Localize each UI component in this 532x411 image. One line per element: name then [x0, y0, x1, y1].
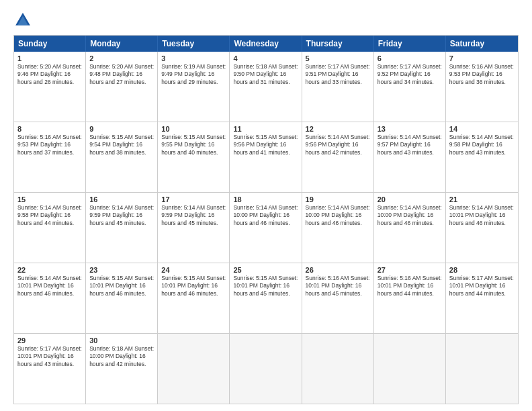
day-info: Sunrise: 5:16 AM Sunset: 9:53 PM Dayligh…: [449, 63, 515, 86]
day-number: 11: [233, 125, 298, 133]
header-monday: Monday: [86, 36, 158, 52]
calendar-cell: 15Sunrise: 5:14 AM Sunset: 9:58 PM Dayli…: [14, 193, 86, 263]
day-info: Sunrise: 5:14 AM Sunset: 9:59 PM Dayligh…: [161, 204, 226, 227]
day-number: 30: [89, 336, 154, 345]
calendar-cell: 20Sunrise: 5:14 AM Sunset: 10:00 PM Dayl…: [374, 193, 446, 263]
calendar-row: 1Sunrise: 5:20 AM Sunset: 9:46 PM Daylig…: [14, 52, 518, 122]
day-info: Sunrise: 5:15 AM Sunset: 9:54 PM Dayligh…: [89, 134, 154, 156]
day-number: 14: [449, 125, 515, 133]
day-info: Sunrise: 5:17 AM Sunset: 9:52 PM Dayligh…: [378, 63, 442, 86]
logo: [13, 11, 35, 30]
calendar-cell: 3Sunrise: 5:19 AM Sunset: 9:49 PM Daylig…: [158, 52, 230, 122]
calendar-cell: [158, 334, 230, 404]
calendar-cell: 25Sunrise: 5:15 AM Sunset: 10:01 PM Dayl…: [230, 263, 302, 333]
page: Sunday Monday Tuesday Wednesday Thursday…: [0, 0, 532, 411]
calendar-cell: 19Sunrise: 5:14 AM Sunset: 10:00 PM Dayl…: [302, 193, 374, 263]
day-number: 5: [306, 54, 370, 62]
day-info: Sunrise: 5:19 AM Sunset: 9:49 PM Dayligh…: [161, 63, 226, 86]
calendar-row: 22Sunrise: 5:14 AM Sunset: 10:01 PM Dayl…: [14, 263, 518, 334]
day-number: 10: [161, 125, 226, 133]
day-info: Sunrise: 5:14 AM Sunset: 9:59 PM Dayligh…: [89, 204, 154, 227]
calendar-body: 1Sunrise: 5:20 AM Sunset: 9:46 PM Daylig…: [14, 52, 518, 404]
day-number: 26: [306, 266, 370, 274]
day-info: Sunrise: 5:20 AM Sunset: 9:48 PM Dayligh…: [89, 63, 154, 86]
calendar-cell: 29Sunrise: 5:17 AM Sunset: 10:01 PM Dayl…: [14, 334, 86, 404]
logo-icon: [13, 11, 32, 30]
calendar-cell: 16Sunrise: 5:14 AM Sunset: 9:59 PM Dayli…: [86, 193, 158, 263]
header-thursday: Thursday: [302, 36, 374, 52]
day-number: 28: [449, 266, 515, 274]
day-number: 6: [378, 54, 442, 62]
day-number: 15: [17, 195, 82, 203]
day-info: Sunrise: 5:15 AM Sunset: 9:56 PM Dayligh…: [233, 134, 298, 156]
calendar-cell: 2Sunrise: 5:20 AM Sunset: 9:48 PM Daylig…: [86, 52, 158, 122]
calendar-cell: 28Sunrise: 5:17 AM Sunset: 10:01 PM Dayl…: [446, 263, 518, 333]
calendar-cell: 1Sunrise: 5:20 AM Sunset: 9:46 PM Daylig…: [14, 52, 86, 122]
calendar-cell: [302, 334, 374, 404]
day-number: 21: [449, 195, 515, 203]
calendar-row: 8Sunrise: 5:16 AM Sunset: 9:53 PM Daylig…: [14, 122, 518, 193]
day-info: Sunrise: 5:15 AM Sunset: 10:01 PM Daylig…: [89, 275, 154, 298]
day-info: Sunrise: 5:14 AM Sunset: 9:58 PM Dayligh…: [449, 134, 515, 156]
calendar-cell: 30Sunrise: 5:18 AM Sunset: 10:00 PM Dayl…: [86, 334, 158, 404]
calendar-cell: 18Sunrise: 5:14 AM Sunset: 10:00 PM Dayl…: [230, 193, 302, 263]
calendar-cell: 11Sunrise: 5:15 AM Sunset: 9:56 PM Dayli…: [230, 122, 302, 192]
day-number: 2: [89, 54, 154, 62]
day-number: 18: [233, 195, 298, 203]
calendar-cell: [230, 334, 302, 404]
day-number: 23: [89, 266, 154, 274]
day-info: Sunrise: 5:16 AM Sunset: 9:53 PM Dayligh…: [17, 134, 82, 156]
day-info: Sunrise: 5:15 AM Sunset: 10:01 PM Daylig…: [161, 275, 226, 298]
calendar-row: 15Sunrise: 5:14 AM Sunset: 9:58 PM Dayli…: [14, 193, 518, 263]
day-number: 19: [306, 195, 370, 203]
day-info: Sunrise: 5:14 AM Sunset: 9:57 PM Dayligh…: [378, 134, 442, 156]
day-info: Sunrise: 5:17 AM Sunset: 10:01 PM Daylig…: [17, 345, 82, 368]
day-info: Sunrise: 5:14 AM Sunset: 10:01 PM Daylig…: [17, 275, 82, 298]
calendar-cell: 12Sunrise: 5:14 AM Sunset: 9:56 PM Dayli…: [302, 122, 374, 192]
calendar-cell: 4Sunrise: 5:18 AM Sunset: 9:50 PM Daylig…: [230, 52, 302, 122]
day-info: Sunrise: 5:15 AM Sunset: 10:01 PM Daylig…: [233, 275, 298, 298]
calendar-cell: 27Sunrise: 5:16 AM Sunset: 10:01 PM Dayl…: [374, 263, 446, 333]
calendar-cell: 26Sunrise: 5:16 AM Sunset: 10:01 PM Dayl…: [302, 263, 374, 333]
day-info: Sunrise: 5:14 AM Sunset: 10:01 PM Daylig…: [449, 204, 515, 227]
day-info: Sunrise: 5:20 AM Sunset: 9:46 PM Dayligh…: [17, 63, 82, 86]
day-number: 29: [17, 336, 82, 345]
calendar-cell: 22Sunrise: 5:14 AM Sunset: 10:01 PM Dayl…: [14, 263, 86, 333]
calendar-cell: 7Sunrise: 5:16 AM Sunset: 9:53 PM Daylig…: [446, 52, 518, 122]
day-info: Sunrise: 5:16 AM Sunset: 10:01 PM Daylig…: [306, 275, 370, 298]
header-saturday: Saturday: [446, 36, 518, 52]
day-info: Sunrise: 5:14 AM Sunset: 9:56 PM Dayligh…: [306, 134, 370, 156]
day-number: 12: [306, 125, 370, 133]
day-info: Sunrise: 5:14 AM Sunset: 10:00 PM Daylig…: [378, 204, 442, 227]
day-number: 22: [17, 266, 82, 274]
day-number: 25: [233, 266, 298, 274]
day-number: 7: [449, 54, 515, 62]
day-info: Sunrise: 5:18 AM Sunset: 10:00 PM Daylig…: [89, 345, 154, 368]
day-number: 13: [378, 125, 442, 133]
calendar-cell: 8Sunrise: 5:16 AM Sunset: 9:53 PM Daylig…: [14, 122, 86, 192]
calendar-cell: 13Sunrise: 5:14 AM Sunset: 9:57 PM Dayli…: [374, 122, 446, 192]
day-number: 27: [378, 266, 442, 274]
day-number: 3: [161, 54, 226, 62]
day-info: Sunrise: 5:17 AM Sunset: 9:51 PM Dayligh…: [306, 63, 370, 86]
day-info: Sunrise: 5:17 AM Sunset: 10:01 PM Daylig…: [449, 275, 515, 298]
day-number: 16: [89, 195, 154, 203]
header-tuesday: Tuesday: [158, 36, 230, 52]
day-info: Sunrise: 5:18 AM Sunset: 9:50 PM Dayligh…: [233, 63, 298, 86]
calendar: Sunday Monday Tuesday Wednesday Thursday…: [13, 35, 519, 404]
day-number: 1: [17, 54, 82, 62]
day-number: 24: [161, 266, 226, 274]
calendar-row: 29Sunrise: 5:17 AM Sunset: 10:01 PM Dayl…: [14, 334, 518, 404]
header-friday: Friday: [374, 36, 446, 52]
header-wednesday: Wednesday: [230, 36, 302, 52]
calendar-cell: 9Sunrise: 5:15 AM Sunset: 9:54 PM Daylig…: [86, 122, 158, 192]
calendar-cell: 6Sunrise: 5:17 AM Sunset: 9:52 PM Daylig…: [374, 52, 446, 122]
header: [13, 11, 519, 30]
day-info: Sunrise: 5:14 AM Sunset: 10:00 PM Daylig…: [233, 204, 298, 227]
calendar-cell: 17Sunrise: 5:14 AM Sunset: 9:59 PM Dayli…: [158, 193, 230, 263]
calendar-cell: 21Sunrise: 5:14 AM Sunset: 10:01 PM Dayl…: [446, 193, 518, 263]
day-number: 17: [161, 195, 226, 203]
day-info: Sunrise: 5:14 AM Sunset: 9:58 PM Dayligh…: [17, 204, 82, 227]
calendar-cell: [446, 334, 518, 404]
calendar-cell: 10Sunrise: 5:15 AM Sunset: 9:55 PM Dayli…: [158, 122, 230, 192]
